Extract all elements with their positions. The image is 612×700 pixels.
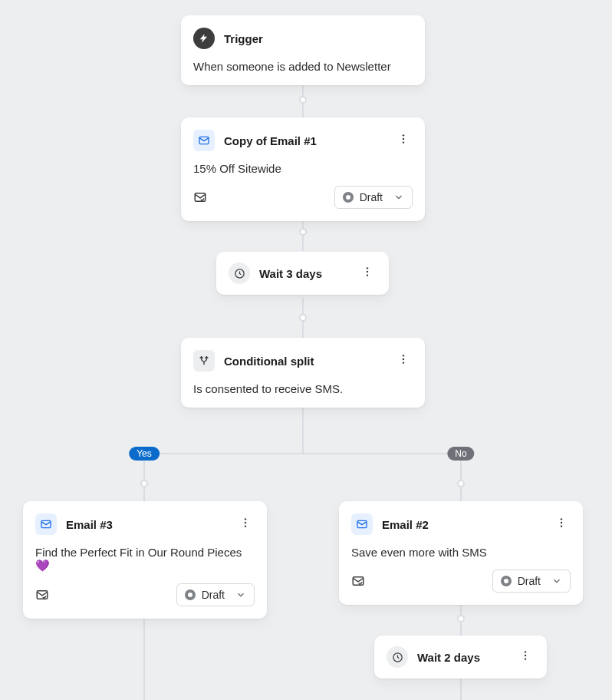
smart-send-icon (351, 574, 365, 588)
email2-subject: Save even more with SMS (351, 546, 571, 559)
mail-icon (351, 513, 373, 535)
clock-icon (387, 646, 408, 668)
svg-point-23 (525, 651, 526, 652)
connector (302, 402, 304, 454)
email2-title: Email #2 (382, 518, 429, 531)
mail-icon (35, 513, 57, 535)
smart-send-icon (193, 190, 207, 204)
email1-title: Copy of Email #1 (224, 134, 317, 147)
connector-node (299, 314, 307, 322)
connector-node (457, 480, 465, 487)
email3-card[interactable]: Email #3 Find the Perfect Fit in Our Rou… (23, 501, 267, 619)
email3-status-select[interactable]: Draft (176, 583, 255, 606)
wait1-menu-button[interactable] (358, 262, 377, 281)
connector-node (299, 228, 307, 236)
wait1-card[interactable]: Wait 3 days (216, 252, 389, 295)
email1-menu-button[interactable] (394, 130, 413, 148)
svg-point-15 (245, 525, 246, 527)
chevron-down-icon (551, 576, 562, 586)
svg-point-10 (403, 358, 404, 360)
svg-point-24 (525, 655, 526, 656)
wait1-label: Wait 3 days (259, 267, 322, 280)
connector-node (140, 480, 148, 487)
connector (144, 453, 462, 454)
split-condition: Is consented to receive SMS. (193, 382, 413, 395)
svg-point-8 (367, 274, 368, 276)
svg-point-7 (367, 271, 368, 272)
split-card[interactable]: Conditional split Is consented to receiv… (181, 338, 425, 408)
svg-point-13 (245, 518, 246, 520)
email3-title: Email #3 (66, 518, 113, 531)
email1-status-label: Draft (360, 191, 383, 203)
email3-status-label: Draft (202, 589, 225, 601)
status-dot-icon (343, 192, 354, 203)
flow-canvas[interactable]: Yes No Trigger When someone is added to … (0, 0, 612, 700)
svg-point-6 (367, 267, 368, 269)
branch-label-yes: Yes (129, 447, 160, 461)
split-icon (193, 350, 215, 371)
svg-point-25 (525, 658, 526, 659)
svg-point-18 (561, 518, 562, 520)
trigger-title: Trigger (224, 32, 263, 45)
svg-point-1 (403, 134, 404, 136)
trigger-description: When someone is added to Newsletter (193, 60, 413, 73)
trigger-card[interactable]: Trigger When someone is added to Newslet… (181, 15, 425, 85)
clock-icon (229, 262, 250, 284)
status-dot-icon (501, 576, 512, 586)
email2-status-select[interactable]: Draft (492, 570, 571, 593)
email1-status-select[interactable]: Draft (334, 186, 413, 209)
svg-point-19 (561, 522, 562, 523)
smart-send-icon (35, 588, 49, 602)
connector-node (457, 615, 465, 622)
email1-card[interactable]: Copy of Email #1 15% Off Sitewide Draft (181, 117, 425, 221)
email2-card[interactable]: Email #2 Save even more with SMS Draft (339, 501, 583, 605)
bolt-icon (193, 28, 215, 49)
email2-menu-button[interactable] (552, 513, 571, 532)
svg-point-14 (245, 522, 246, 523)
svg-point-9 (403, 355, 404, 356)
branch-label-no: No (447, 447, 474, 461)
email3-menu-button[interactable] (236, 513, 255, 532)
email2-status-label: Draft (518, 575, 541, 587)
wait2-card[interactable]: Wait 2 days (374, 636, 547, 679)
wait2-menu-button[interactable] (516, 646, 535, 665)
email1-subject: 15% Off Sitewide (193, 162, 413, 175)
svg-point-11 (403, 362, 404, 363)
email3-subject: Find the Perfect Fit in Our Round Pieces… (35, 546, 255, 573)
svg-point-3 (403, 141, 404, 143)
wait2-label: Wait 2 days (417, 651, 480, 664)
connector-node (299, 96, 307, 104)
mail-icon (193, 130, 215, 151)
chevron-down-icon (235, 589, 246, 600)
svg-point-2 (403, 138, 404, 140)
split-menu-button[interactable] (394, 350, 413, 368)
status-dot-icon (185, 589, 196, 600)
chevron-down-icon (393, 192, 404, 203)
svg-point-20 (561, 525, 562, 527)
split-title: Conditional split (224, 355, 314, 368)
